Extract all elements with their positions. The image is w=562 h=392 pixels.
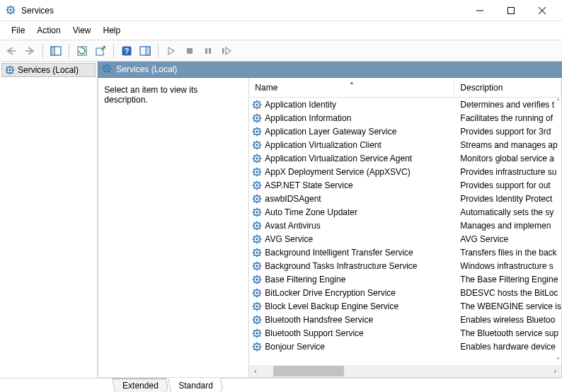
minimize-button[interactable] — [464, 0, 495, 21]
toolbar-separator — [69, 44, 69, 58]
service-row[interactable]: Application IdentityDetermines and verif… — [249, 98, 561, 111]
back-button[interactable] — [3, 42, 20, 59]
tab-standard[interactable]: Standard — [168, 378, 224, 392]
service-row[interactable]: Base Filtering EngineThe Base Filtering … — [249, 272, 561, 286]
titlebar: Services — [0, 0, 562, 21]
svg-rect-24 — [187, 48, 193, 54]
service-row[interactable]: BitLocker Drive Encryption ServiceBDESVC… — [249, 286, 561, 299]
service-name: Bluetooth Handsfree Service — [265, 315, 373, 325]
service-description: The Bluetooth service sup — [454, 328, 561, 338]
gear-icon — [252, 342, 262, 352]
service-name: BitLocker Drive Encryption Service — [265, 288, 396, 298]
service-name: Application Identity — [265, 100, 336, 110]
properties-button[interactable] — [137, 42, 154, 59]
service-row[interactable]: Background Tasks Infrastructure ServiceW… — [249, 259, 561, 272]
pane-header: Services (Local) — [98, 62, 562, 78]
tree-node-services-local[interactable]: Services (Local) — [1, 63, 96, 77]
scrollbar-thumb[interactable] — [273, 366, 344, 376]
service-description: Provides support for 3rd — [454, 127, 561, 137]
service-name: Avast Antivirus — [265, 221, 320, 231]
restart-service-button[interactable] — [218, 42, 235, 59]
service-name: Background Intelligent Transfer Service — [265, 248, 413, 258]
gear-icon — [252, 194, 262, 204]
gear-icon — [252, 167, 262, 177]
gear-icon — [252, 207, 262, 217]
service-row[interactable]: Avast AntivirusManages and implemen — [249, 219, 561, 232]
console-tree: Services (Local) — [0, 62, 98, 378]
maximize-button[interactable] — [495, 0, 527, 21]
service-row[interactable]: Block Level Backup Engine ServiceThe WBE… — [249, 299, 561, 313]
service-row[interactable]: Application Virtualization Service Agent… — [249, 151, 561, 165]
service-row[interactable]: Auto Time Zone UpdaterAutomatically sets… — [249, 205, 561, 219]
service-list: Name ▴ Description ˄ Application Identit… — [248, 78, 561, 377]
start-service-button[interactable] — [163, 42, 180, 59]
menu-view[interactable]: View — [67, 23, 97, 38]
stop-service-button[interactable] — [181, 42, 198, 59]
menu-file[interactable]: File — [6, 23, 30, 38]
service-row[interactable]: Background Intelligent Transfer ServiceT… — [249, 246, 561, 259]
menu-help[interactable]: Help — [98, 23, 127, 38]
service-description: BDESVC hosts the BitLoc — [454, 288, 561, 298]
service-name: Bonjour Service — [265, 342, 325, 352]
service-name: AVG Service — [265, 234, 313, 244]
gear-icon — [252, 180, 262, 190]
service-row[interactable]: ASP.NET State ServiceProvides support fo… — [249, 178, 561, 192]
forward-button[interactable] — [21, 42, 38, 59]
scroll-left-icon[interactable]: ‹ — [249, 367, 261, 375]
result-pane: Services (Local) Select an item to view … — [98, 62, 562, 378]
service-description: The WBENGINE service is — [454, 301, 561, 311]
gear-icon — [252, 221, 262, 231]
export-list-button[interactable] — [92, 42, 109, 59]
service-description: Provides Identity Protect — [454, 194, 561, 204]
help-button[interactable]: ? — [118, 42, 135, 59]
gear-icon — [252, 140, 262, 150]
gear-icon — [252, 113, 262, 123]
service-description: The Base Filtering Engine — [454, 275, 561, 284]
scroll-up-icon[interactable]: ˄ — [556, 98, 560, 105]
service-description: Provides support for out — [454, 180, 561, 190]
service-row[interactable]: Application Virtualization ClientStreams… — [249, 138, 561, 151]
gear-icon — [252, 100, 262, 110]
sort-ascending-icon: ▴ — [350, 79, 353, 86]
main-body: Services (Local) Services (Local) Select… — [0, 62, 562, 379]
service-description: Automatically sets the sy — [454, 207, 561, 217]
gear-icon — [252, 234, 262, 244]
service-row[interactable]: Bluetooth Support ServiceThe Bluetooth s… — [249, 326, 561, 340]
service-name: aswbIDSAgent — [265, 194, 321, 204]
svg-rect-17 — [51, 47, 55, 55]
detail-prompt: Select an item to view its description. — [104, 85, 197, 105]
horizontal-scrollbar[interactable]: ‹ › — [249, 365, 561, 377]
service-row[interactable]: AppX Deployment Service (AppXSVC)Provide… — [249, 165, 561, 178]
scroll-right-icon[interactable]: › — [549, 367, 561, 375]
show-hide-tree-button[interactable] — [47, 42, 64, 59]
gear-icon — [252, 328, 262, 338]
service-row[interactable]: Application Layer Gateway ServiceProvide… — [249, 125, 561, 138]
menu-action[interactable]: Action — [31, 23, 66, 38]
column-header-name[interactable]: Name ▴ — [249, 80, 454, 96]
service-row[interactable]: Application InformationFacilitates the r… — [249, 111, 561, 125]
service-row[interactable]: aswbIDSAgentProvides Identity Protect — [249, 192, 561, 205]
gear-icon — [252, 248, 262, 258]
service-row[interactable]: AVG ServiceAVG Service — [249, 232, 561, 246]
service-row[interactable]: Bluetooth Handsfree ServiceEnables wirel… — [249, 313, 561, 326]
service-description: Windows infrastructure s — [454, 261, 561, 271]
svg-rect-25 — [205, 48, 207, 54]
column-header-description[interactable]: Description — [454, 80, 561, 96]
service-name: Application Information — [265, 113, 351, 123]
toolbar: ? — [0, 40, 562, 62]
svg-rect-27 — [222, 48, 224, 54]
column-header-description-label: Description — [460, 83, 503, 93]
svg-rect-23 — [146, 47, 150, 55]
scroll-down-icon[interactable]: ˅ — [556, 357, 560, 364]
tab-extended[interactable]: Extended — [112, 379, 169, 392]
svg-text:?: ? — [125, 47, 130, 55]
service-description: Manages and implemen — [454, 221, 561, 231]
service-name: Auto Time Zone Updater — [265, 207, 357, 217]
service-description: Facilitates the running of — [454, 113, 561, 123]
pause-service-button[interactable] — [200, 42, 217, 59]
list-header: Name ▴ Description — [249, 78, 561, 98]
close-button[interactable] — [527, 0, 558, 21]
view-tabs: Extended Standard — [0, 376, 562, 392]
service-row[interactable]: Bonjour ServiceEnables hardware device — [249, 340, 561, 353]
refresh-button[interactable] — [74, 42, 91, 59]
